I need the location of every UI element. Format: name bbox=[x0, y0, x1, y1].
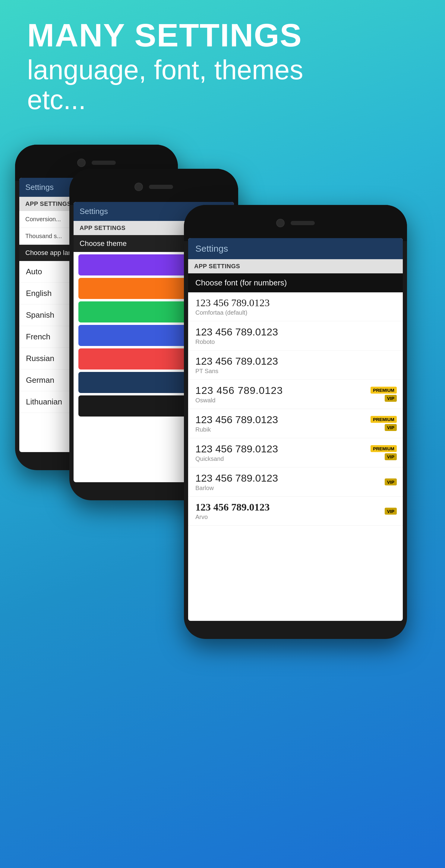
font-number-barlow: 123 456 789.0123 bbox=[196, 472, 395, 484]
font-number-roboto: 123 456 789.0123 bbox=[196, 326, 395, 338]
font-screen: Settings APP SETTINGS Choose font (for n… bbox=[188, 238, 403, 621]
headline-block: MANY SETTINGS language, font, themes etc… bbox=[27, 18, 303, 115]
phone3-header: Settings bbox=[188, 238, 403, 259]
quicksand-badge-premium: PREMIUM bbox=[370, 445, 397, 452]
font-name-barlow: Barlow bbox=[196, 485, 395, 492]
phones-area: Settings APP SETTINGS Conversion... Thou… bbox=[9, 145, 436, 856]
font-number-comfortaa: 123 456 789.0123 bbox=[196, 297, 395, 309]
headline-line3: etc... bbox=[27, 85, 303, 115]
choose-font-bar: Choose font (for numbers) bbox=[188, 273, 403, 292]
font-item-ptsans[interactable]: 123 456 789.0123 PT Sans bbox=[188, 350, 403, 380]
oswald-badge-premium: PREMIUM bbox=[370, 387, 397, 394]
phone-font: Settings APP SETTINGS Choose font (for n… bbox=[184, 205, 407, 639]
phone2-camera bbox=[135, 183, 143, 191]
font-name-roboto: Roboto bbox=[196, 338, 395, 345]
oswald-badge-vip: VIP bbox=[385, 395, 397, 402]
barlow-badges: VIP bbox=[385, 478, 397, 486]
font-item-barlow[interactable]: 123 456 789.0123 Barlow VIP bbox=[188, 467, 403, 497]
arvo-badge-vip: VIP bbox=[385, 507, 397, 515]
phone1-speaker bbox=[92, 161, 116, 165]
arvo-badges: VIP bbox=[385, 507, 397, 515]
font-number-rubik: 123 456 789.0123 bbox=[196, 414, 395, 426]
font-number-oswald: 123 456 789.0123 bbox=[196, 384, 395, 396]
font-name-arvo: Arvo bbox=[196, 514, 395, 521]
font-name-rubik: Rubik bbox=[196, 426, 395, 433]
quicksand-badge-vip: VIP bbox=[385, 453, 397, 460]
headline-line1: MANY SETTINGS bbox=[27, 18, 303, 52]
font-name-comfortaa: Comfortaa (default) bbox=[196, 309, 395, 316]
font-item-comfortaa[interactable]: 123 456 789.0123 Comfortaa (default) bbox=[188, 292, 403, 321]
font-name-ptsans: PT Sans bbox=[196, 368, 395, 375]
font-number-quicksand: 123 456 789.0123 bbox=[196, 443, 395, 455]
font-item-roboto[interactable]: 123 456 789.0123 Roboto bbox=[188, 321, 403, 350]
barlow-badge-vip: VIP bbox=[385, 478, 397, 486]
font-number-arvo: 123 456 789.0123 bbox=[196, 501, 395, 513]
font-item-arvo[interactable]: 123 456 789.0123 Arvo VIP bbox=[188, 497, 403, 526]
font-name-oswald: Oswald bbox=[196, 397, 395, 404]
oswald-badges: PREMIUM VIP bbox=[370, 387, 397, 402]
rubik-badges: PREMIUM VIP bbox=[370, 416, 397, 431]
phone3-app-settings: APP SETTINGS bbox=[188, 259, 403, 273]
phone1-camera bbox=[77, 158, 86, 167]
quicksand-badges: PREMIUM VIP bbox=[370, 445, 397, 460]
phone3-camera bbox=[276, 219, 285, 227]
headline-line2: language, font, themes bbox=[27, 55, 303, 85]
phone2-top-bar bbox=[69, 169, 238, 205]
font-name-quicksand: Quicksand bbox=[196, 456, 395, 462]
font-item-oswald[interactable]: 123 456 789.0123 Oswald PREMIUM VIP bbox=[188, 380, 403, 409]
phone3-speaker bbox=[291, 221, 315, 225]
phone3-top-bar bbox=[184, 205, 407, 241]
font-number-ptsans: 123 456 789.0123 bbox=[196, 355, 395, 367]
phone2-speaker bbox=[149, 185, 173, 189]
phone3-screen: Settings APP SETTINGS Choose font (for n… bbox=[188, 238, 403, 621]
rubik-badge-premium: PREMIUM bbox=[370, 416, 397, 423]
font-item-rubik[interactable]: 123 456 789.0123 Rubik PREMIUM VIP bbox=[188, 409, 403, 438]
rubik-badge-vip: VIP bbox=[385, 424, 397, 431]
font-item-quicksand[interactable]: 123 456 789.0123 Quicksand PREMIUM VIP bbox=[188, 438, 403, 467]
